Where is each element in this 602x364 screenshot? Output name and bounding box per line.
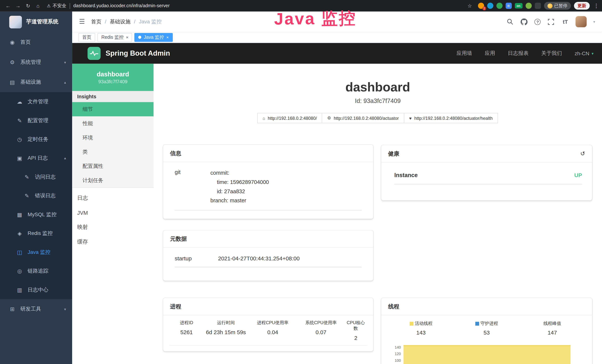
legend-label: 活动线程 bbox=[415, 321, 432, 326]
extension-leaf-icon[interactable] bbox=[526, 3, 532, 9]
sidebar-item-log-center[interactable]: ▥ 日志中心 bbox=[0, 280, 72, 299]
threads-chart: 140 120 100 bbox=[388, 344, 585, 364]
sidebar-item-error-log[interactable]: ✎ 错误日志 bbox=[0, 186, 72, 205]
wrench-icon: ⚙ bbox=[327, 116, 331, 120]
instance-header[interactable]: dashboard 93a3fc7f7409 bbox=[72, 64, 153, 91]
process-col-uptime: 运行时间 6d 23h 15m 59s bbox=[204, 320, 248, 341]
service-url-button[interactable]: ⌂ http://192.168.0.2:48080/ bbox=[257, 113, 322, 123]
sba-brand-title: Spring Boot Admin bbox=[106, 49, 170, 58]
forward-icon[interactable]: → bbox=[14, 1, 22, 10]
extension-fox-icon[interactable]: 1 bbox=[478, 3, 484, 9]
sba-item-classes[interactable]: 类 bbox=[72, 145, 153, 159]
security-indicator[interactable]: ⚠ 不安全 bbox=[47, 2, 66, 9]
actuator-url-button[interactable]: ⚙ http://192.168.0.2:48080/actuator bbox=[322, 113, 404, 123]
paused-badge[interactable]: 已暂停 bbox=[544, 2, 571, 10]
home-icon[interactable]: ⌂ bbox=[34, 1, 42, 10]
reload-icon[interactable]: ↻ bbox=[24, 1, 32, 10]
sba-item-logs[interactable]: 日志 bbox=[72, 191, 153, 205]
sidebar-item-dev-tools[interactable]: ⊞ 研发工具 ▾ bbox=[0, 299, 72, 319]
chevron-down-icon: ▾ bbox=[592, 51, 593, 55]
sba-nav-about[interactable]: 关于我们 bbox=[541, 50, 562, 57]
close-icon[interactable]: × bbox=[166, 35, 169, 40]
github-icon[interactable] bbox=[520, 18, 528, 25]
app-logo[interactable]: 芋道管理系统 bbox=[0, 11, 72, 32]
close-icon[interactable]: × bbox=[126, 35, 128, 40]
sba-item-environment[interactable]: 环境 bbox=[72, 130, 153, 145]
hamburger-icon[interactable]: ☰ bbox=[79, 18, 85, 26]
insights-group: 细节 性能 环境 类 配置属性 计划任务 bbox=[72, 102, 153, 188]
history-icon[interactable]: ↺ bbox=[580, 150, 585, 157]
threads-card-title: 线程 bbox=[388, 303, 399, 310]
sidebar-item-label: 链路追踪 bbox=[28, 268, 48, 274]
font-size-icon[interactable]: tT bbox=[561, 18, 569, 25]
insights-section-header: Insights bbox=[72, 91, 153, 102]
legend-daemon-threads: 守护进程 53 bbox=[454, 321, 519, 336]
error-log-icon: ✎ bbox=[24, 193, 30, 199]
sba-item-performance[interactable]: 性能 bbox=[72, 116, 153, 130]
extension-drop-icon[interactable] bbox=[487, 3, 493, 9]
sidebar-item-label: Java 监控 bbox=[28, 249, 50, 256]
sidebar-item-home[interactable]: ◉ 首页 bbox=[0, 32, 72, 52]
extension-on-icon[interactable]: on bbox=[515, 3, 522, 9]
git-id-line: id: 27aa832 bbox=[210, 187, 269, 196]
legend-label: 守护进程 bbox=[481, 321, 498, 326]
metadata-row: startup 2021-04-27T00:44:31.254+08:00 bbox=[175, 255, 362, 267]
sba-item-mappings[interactable]: 映射 bbox=[72, 220, 153, 235]
back-icon[interactable]: ← bbox=[4, 1, 12, 10]
sba-nav-journal[interactable]: 日志报表 bbox=[508, 50, 528, 57]
sidebar-item-config-manage[interactable]: ✎ 配置管理 bbox=[0, 111, 72, 130]
health-row: Instance UP bbox=[394, 172, 582, 184]
fullscreen-icon[interactable] bbox=[547, 18, 555, 25]
info-row-label: git bbox=[175, 168, 210, 205]
sidebar-item-system[interactable]: ⚙ 系统管理 ▾ bbox=[0, 52, 72, 72]
health-url-button[interactable]: ♥ http://192.168.0.2:48080/actuator/heal… bbox=[404, 113, 498, 123]
page-title: dashboard bbox=[153, 80, 602, 95]
sba-locale-select[interactable]: zh-CN ▾ bbox=[575, 50, 593, 56]
heartbeat-icon: ♥ bbox=[409, 116, 412, 120]
sidebar-item-trace[interactable]: ◎ 链路追踪 bbox=[0, 261, 72, 280]
user-avatar[interactable] bbox=[576, 16, 587, 27]
help-icon[interactable]: ? bbox=[535, 19, 541, 25]
tab-java-monitor[interactable]: Java 监控 × bbox=[135, 33, 172, 42]
extension-grid-icon[interactable]: ⊞ bbox=[505, 3, 512, 9]
extension-green-icon[interactable] bbox=[496, 3, 502, 9]
sba-item-jvm[interactable]: JVM bbox=[72, 205, 153, 220]
extension-puzzle-icon[interactable] bbox=[535, 3, 541, 9]
sidebar-item-redis-monitor[interactable]: ◈ Redis 监控 bbox=[0, 224, 72, 243]
file-icon: ☁ bbox=[17, 98, 23, 105]
health-url: http://192.168.0.2:48080/actuator/health bbox=[414, 116, 493, 120]
sba-item-scheduled-tasks[interactable]: 计划任务 bbox=[72, 173, 153, 187]
sba-nav-wallboard[interactable]: 应用墙 bbox=[457, 50, 472, 57]
breadcrumb-infra[interactable]: 基础设施 bbox=[110, 18, 130, 25]
breadcrumb-home[interactable]: 首页 bbox=[91, 18, 101, 25]
sidebar-item-scheduled-jobs[interactable]: ◷ 定时任务 bbox=[0, 130, 72, 149]
update-button[interactable]: 更新 bbox=[574, 2, 590, 10]
sidebar-item-file-manage[interactable]: ☁ 文件管理 bbox=[0, 92, 72, 111]
sba-item-details[interactable]: 细节 bbox=[72, 102, 153, 117]
tab-redis-monitor[interactable]: Redis 监控 × bbox=[97, 33, 132, 42]
sidebar-item-infra[interactable]: ▤ 基础设施 ▴ bbox=[0, 72, 72, 92]
sidebar-item-mysql-monitor[interactable]: ▦ MySQL 监控 bbox=[0, 205, 72, 224]
tab-label: Redis 监控 bbox=[101, 34, 124, 40]
mysql-icon: ▦ bbox=[17, 211, 23, 217]
browser-menu-icon[interactable]: ⋮ bbox=[593, 3, 599, 9]
tab-home[interactable]: 首页 bbox=[78, 33, 95, 42]
sidebar-item-access-log[interactable]: ✎ 访问日志 bbox=[0, 167, 72, 186]
tab-label: Java 监控 bbox=[144, 34, 164, 40]
sidebar-item-api-log[interactable]: ▣ API 日志 ▴ bbox=[0, 149, 72, 167]
tab-bar: 首页 Redis 监控 × Java 监控 × bbox=[72, 32, 602, 43]
sba-item-config-props[interactable]: 配置属性 bbox=[72, 159, 153, 173]
sidebar-item-java-monitor[interactable]: ◫ Java 监控 bbox=[0, 243, 72, 261]
process-col-system-cpu: 系统CPU使用率 0.07 bbox=[297, 320, 344, 341]
column-header: 进程ID bbox=[169, 320, 204, 326]
legend-peak-threads: 线程峰值 147 bbox=[519, 321, 585, 336]
extension-badge: 1 bbox=[483, 7, 486, 11]
url-bar[interactable]: dashboard.yudao.iocoder.cn/infra/admin-s… bbox=[74, 3, 170, 9]
sba-nav-applications[interactable]: 应用 bbox=[485, 50, 495, 57]
bookmark-star-icon[interactable]: ☆ bbox=[465, 1, 474, 10]
threads-legend: 活动线程 143 守护进程 53 bbox=[388, 321, 585, 336]
access-log-icon: ✎ bbox=[24, 174, 30, 180]
search-icon[interactable] bbox=[506, 18, 514, 25]
avatar-caret-icon[interactable]: ▾ bbox=[593, 20, 595, 24]
sba-item-caches[interactable]: 缓存 bbox=[72, 235, 153, 249]
